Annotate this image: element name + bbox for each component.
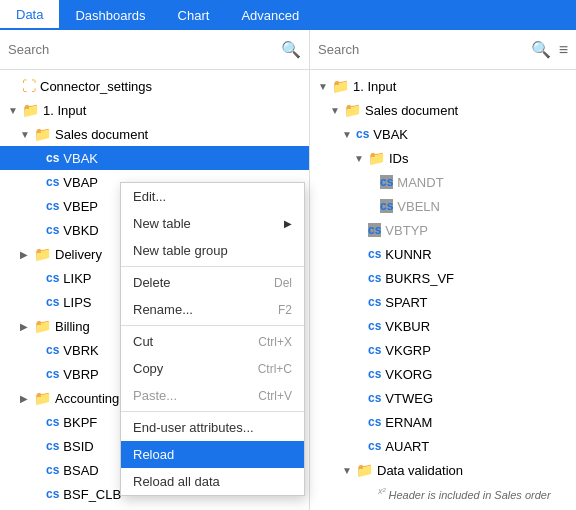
r-bukrs-vf-label: BUKRS_VF	[385, 271, 454, 286]
tree-item-sales-doc[interactable]: ▼ 📁 Sales document	[0, 122, 309, 146]
input-label: 1. Input	[43, 103, 86, 118]
r-auart-label: AUART	[385, 439, 429, 454]
r-tree-item-vbtyp[interactable]: cs VBTYP	[310, 218, 576, 242]
vbak-label: VBAK	[63, 151, 98, 166]
r-tree-item-input[interactable]: ▼ 📁 1. Input	[310, 74, 576, 98]
right-panel: 🔍 ≡ ▼ 📁 1. Input ▼ 📁 Sales document ▼ cs…	[310, 30, 576, 510]
ctx-reload-all[interactable]: Reload all data	[121, 468, 304, 495]
r-vbak-arrow: ▼	[342, 129, 354, 140]
r-vkorg-cs-icon: cs	[368, 367, 381, 381]
connector-label: Connector_settings	[40, 79, 152, 94]
r-tree-item-data-val[interactable]: ▼ 📁 Data validation	[310, 458, 576, 482]
vbap-label: VBAP	[63, 175, 98, 190]
r-input-arrow: ▼	[318, 81, 330, 92]
r-input-folder-icon: 📁	[332, 78, 349, 94]
ctx-separator-3	[121, 411, 304, 412]
r-bukrs-vf-cs-icon: cs	[368, 271, 381, 285]
r-data-val-arrow: ▼	[342, 465, 354, 476]
ctx-separator-2	[121, 325, 304, 326]
ctx-edit[interactable]: Edit...	[121, 183, 304, 210]
nav-advanced[interactable]: Advanced	[225, 0, 315, 30]
r-vtweg-cs-icon: cs	[368, 391, 381, 405]
r-sales-doc-icon: 📁	[344, 102, 361, 118]
tree-item-vbak[interactable]: cs VBAK	[0, 146, 309, 170]
vbkd-cs-icon: cs	[46, 223, 59, 237]
nav-dashboards[interactable]: Dashboards	[59, 0, 161, 30]
vbep-label: VBEP	[63, 199, 98, 214]
ctx-delete[interactable]: Delete Del	[121, 269, 304, 296]
ctx-cut-shortcut: Ctrl+X	[258, 335, 292, 349]
ctx-cut[interactable]: Cut Ctrl+X	[121, 328, 304, 355]
r-tree-item-mandt[interactable]: cs MANDT	[310, 170, 576, 194]
right-icons: 🔍 ≡	[531, 40, 568, 59]
nav-chart[interactable]: Chart	[162, 0, 226, 30]
r-mandt-label: MANDT	[397, 175, 443, 190]
r-tree-item-note: x² Header is included in Sales order	[310, 482, 576, 504]
ctx-paste[interactable]: Paste... Ctrl+V	[121, 382, 304, 409]
r-ids-arrow: ▼	[354, 153, 366, 164]
r-tree-item-vtweg[interactable]: cs VTWEG	[310, 386, 576, 410]
left-search-bar: 🔍	[0, 30, 309, 70]
right-search-icon[interactable]: 🔍	[531, 40, 551, 59]
r-tree-item-bukrs-vf[interactable]: cs BUKRS_VF	[310, 266, 576, 290]
r-sales-doc-arrow: ▼	[330, 105, 342, 116]
input-arrow: ▼	[8, 105, 20, 116]
r-spart-label: SPART	[385, 295, 427, 310]
r-ernam-cs-icon: cs	[368, 415, 381, 429]
accounting-folder-icon: 📁	[34, 390, 51, 406]
r-tree-item-vkgrp[interactable]: cs VKGRP	[310, 338, 576, 362]
vbrp-cs-icon: cs	[46, 367, 59, 381]
r-tree-item-kunnr[interactable]: cs KUNNR	[310, 242, 576, 266]
r-tree-item-spart[interactable]: cs SPART	[310, 290, 576, 314]
r-vbeln-cs-icon: cs	[380, 199, 393, 213]
r-ids-folder-icon: 📁	[368, 150, 385, 166]
r-vbeln-label: VBELN	[397, 199, 440, 214]
bsid-label: BSID	[63, 439, 93, 454]
ctx-rename[interactable]: Rename... F2	[121, 296, 304, 323]
right-search-input[interactable]	[318, 42, 531, 57]
ctx-copy[interactable]: Copy Ctrl+C	[121, 355, 304, 382]
vbep-cs-icon: cs	[46, 199, 59, 213]
right-menu-icon[interactable]: ≡	[559, 41, 568, 59]
lips-cs-icon: cs	[46, 295, 59, 309]
r-vtweg-label: VTWEG	[385, 391, 433, 406]
r-data-val-icon: 📁	[356, 462, 373, 478]
r-vkgrp-cs-icon: cs	[368, 343, 381, 357]
ctx-paste-shortcut: Ctrl+V	[258, 389, 292, 403]
r-tree-item-vbak[interactable]: ▼ cs VBAK	[310, 122, 576, 146]
ctx-reload[interactable]: Reload	[121, 441, 304, 468]
r-tree-item-vkbur[interactable]: cs VKBUR	[310, 314, 576, 338]
tree-item-input[interactable]: ▼ 📁 1. Input	[0, 98, 309, 122]
delivery-folder-icon: 📁	[34, 246, 51, 262]
bkpf-cs-icon: cs	[46, 415, 59, 429]
ctx-new-table[interactable]: New table ▶	[121, 210, 304, 237]
tree-item-connector[interactable]: ⛶ Connector_settings	[0, 74, 309, 98]
r-ids-label: IDs	[389, 151, 409, 166]
r-tree-item-vkorg[interactable]: cs VKORG	[310, 362, 576, 386]
vbrp-label: VBRP	[63, 367, 98, 382]
r-data-val-label: Data validation	[377, 463, 463, 478]
r-tree-item-sales-doc[interactable]: ▼ 📁 Sales document	[310, 98, 576, 122]
ctx-end-user[interactable]: End-user attributes...	[121, 414, 304, 441]
r-kunnr-label: KUNNR	[385, 247, 431, 262]
nav-data[interactable]: Data	[0, 0, 59, 30]
r-kunnr-cs-icon: cs	[368, 247, 381, 261]
r-tree-item-ids[interactable]: ▼ 📁 IDs	[310, 146, 576, 170]
context-menu: Edit... New table ▶ New table group Dele…	[120, 182, 305, 496]
left-search-icon[interactable]: 🔍	[281, 40, 301, 59]
ctx-new-table-group[interactable]: New table group	[121, 237, 304, 264]
r-tree-item-auart[interactable]: cs AUART	[310, 434, 576, 458]
r-vkorg-label: VKORG	[385, 367, 432, 382]
sales-doc-icon: 📁	[34, 126, 51, 142]
ctx-copy-shortcut: Ctrl+C	[258, 362, 292, 376]
r-note-text: x² Header is included in Sales order	[378, 486, 551, 501]
ctx-delete-shortcut: Del	[274, 276, 292, 290]
r-vkbur-label: VKBUR	[385, 319, 430, 334]
r-tree-item-ernam[interactable]: cs ERNAM	[310, 410, 576, 434]
r-vbak-cs-icon: cs	[356, 127, 369, 141]
r-tree-item-vbeln[interactable]: cs VBELN	[310, 194, 576, 218]
delivery-arrow: ▶	[20, 249, 32, 260]
billing-folder-icon: 📁	[34, 318, 51, 334]
connector-icon: ⛶	[22, 78, 36, 94]
left-search-input[interactable]	[8, 42, 281, 57]
